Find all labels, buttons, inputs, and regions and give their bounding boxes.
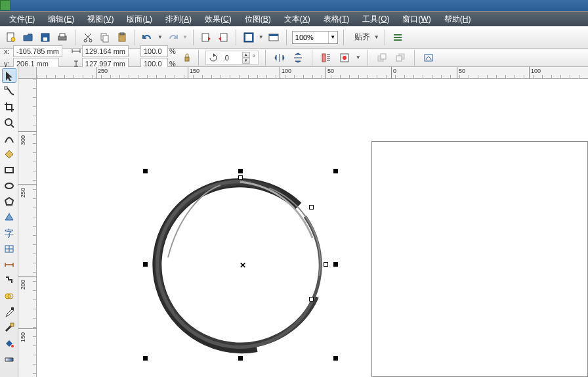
selection-handle[interactable] xyxy=(143,169,148,173)
menu-b[interactable]: 位图(B) xyxy=(238,12,278,26)
rotation-field[interactable]: .0 ▲ ▼ ° xyxy=(205,51,259,65)
outline-tool-button[interactable] xyxy=(2,321,16,335)
selection-handle[interactable] xyxy=(238,169,243,173)
export-button[interactable] xyxy=(216,30,230,45)
drawing-canvas[interactable]: ✕ xyxy=(37,79,588,377)
menu-c[interactable]: 效果(C) xyxy=(198,12,238,26)
selection-handle[interactable] xyxy=(238,356,243,361)
menu-e[interactable]: 编辑(E) xyxy=(41,12,81,26)
selection-handle[interactable] xyxy=(333,356,338,361)
wrap-paragraph-button[interactable] xyxy=(319,51,333,65)
vertical-ruler[interactable]: 300250200150 xyxy=(18,79,37,377)
selection-handle[interactable] xyxy=(333,169,338,173)
freehand-tool-button[interactable] xyxy=(2,131,16,146)
lock-ratio-icon[interactable] xyxy=(182,52,192,64)
menu-l[interactable]: 版面(L) xyxy=(120,12,159,26)
ruler-tick: 150 xyxy=(188,67,188,79)
basic-shapes-button[interactable] xyxy=(2,210,16,225)
zoom-tool-icon xyxy=(4,118,14,128)
menu-o[interactable]: 工具(O) xyxy=(356,12,396,26)
undo-dropdown-icon[interactable]: ▼ xyxy=(158,34,163,40)
fill-tool-button[interactable] xyxy=(2,336,16,351)
undo-button[interactable] xyxy=(140,30,155,45)
launcher-dropdown-icon[interactable]: ▼ xyxy=(259,34,264,40)
cut-button[interactable] xyxy=(81,30,95,45)
ruler-tick: 50 xyxy=(457,67,457,79)
eyedropper-button[interactable] xyxy=(2,305,16,319)
shape-tool-button[interactable] xyxy=(2,84,16,99)
horizontal-ruler[interactable]: 25015010050050100150 xyxy=(37,67,588,79)
options-icon xyxy=(392,32,403,43)
text-tool-button[interactable]: 字 xyxy=(2,226,16,240)
dimension-tool-button[interactable] xyxy=(2,257,16,272)
convert-to-curves-button[interactable] xyxy=(421,51,436,65)
menu-w[interactable]: 窗口(W) xyxy=(396,12,437,26)
selection-handle[interactable] xyxy=(143,356,148,361)
menu-a[interactable]: 排列(A) xyxy=(159,12,198,26)
save-button[interactable] xyxy=(38,30,52,45)
menu-h[interactable]: 帮助(H) xyxy=(438,12,478,26)
ellipse-tool-button[interactable] xyxy=(2,179,16,193)
zoom-combo[interactable]: ▼ xyxy=(292,31,338,44)
zoom-input[interactable] xyxy=(293,33,328,41)
rotate-icon xyxy=(209,53,218,62)
ruler-tick: 200 xyxy=(18,276,37,277)
trace-dropdown-icon[interactable]: ▼ xyxy=(356,55,361,60)
object-node-handle[interactable] xyxy=(309,297,314,301)
effects-tool-icon xyxy=(4,291,14,301)
connector-tool-button[interactable] xyxy=(2,273,16,288)
polygon-tool-button[interactable] xyxy=(2,194,16,209)
copy-button[interactable] xyxy=(98,30,112,45)
rot-spin-up[interactable]: ▲ xyxy=(242,52,250,58)
redo-button[interactable] xyxy=(165,30,180,45)
new-doc-button[interactable] xyxy=(4,30,18,45)
menu-v[interactable]: 视图(V) xyxy=(81,12,120,26)
undo-icon xyxy=(142,32,153,43)
object-node-handle[interactable] xyxy=(324,262,328,267)
object-node-handle[interactable] xyxy=(309,205,314,210)
print-button[interactable] xyxy=(55,30,70,45)
selection-handle[interactable] xyxy=(143,262,148,267)
object-node-handle[interactable] xyxy=(238,175,243,180)
trace-bitmap-button[interactable] xyxy=(337,51,352,65)
to-front-button[interactable] xyxy=(375,51,389,65)
selection-handle[interactable] xyxy=(333,262,338,267)
mirror-v-icon xyxy=(293,53,303,63)
width-field[interactable]: 129.164 mm xyxy=(82,45,129,57)
crop-tool-button[interactable] xyxy=(2,100,16,114)
mirror-horizontal-button[interactable] xyxy=(272,51,287,65)
to-back-button[interactable] xyxy=(393,51,408,65)
svg-point-1 xyxy=(11,37,15,41)
welcome-screen-button[interactable] xyxy=(266,30,281,45)
open-icon xyxy=(23,32,33,43)
ruler-origin[interactable] xyxy=(18,67,37,79)
paste-button[interactable] xyxy=(115,30,129,45)
rectangle-tool-button[interactable] xyxy=(2,163,16,177)
snap-label[interactable]: 贴齐 xyxy=(354,32,370,43)
canvas-area[interactable]: 25015010050050100150 300250200150 xyxy=(18,67,588,377)
x-label: x: xyxy=(4,47,12,55)
interactive-fill-button[interactable] xyxy=(2,352,16,366)
zoom-tool-button[interactable] xyxy=(2,116,16,130)
redo-dropdown-icon[interactable]: ▼ xyxy=(182,34,188,40)
mirror-vertical-button[interactable] xyxy=(291,51,305,65)
options-button[interactable] xyxy=(390,30,405,45)
effects-tool-button[interactable] xyxy=(2,289,16,303)
zoom-dropdown-icon[interactable]: ▼ xyxy=(328,32,337,43)
toolbar-separator xyxy=(265,50,266,66)
x-position-field[interactable]: -105.785 mm xyxy=(13,45,62,57)
rot-spin-down[interactable]: ▼ xyxy=(242,58,250,64)
menu-x[interactable]: 文本(X) xyxy=(278,12,317,26)
smart-fill-button[interactable] xyxy=(2,147,16,162)
snap-dropdown-icon[interactable]: ▼ xyxy=(374,34,379,40)
open-button[interactable] xyxy=(21,30,35,45)
menu-f[interactable]: 文件(F) xyxy=(3,12,41,26)
connector-tool-icon xyxy=(4,275,14,286)
toolbar-separator xyxy=(75,30,75,45)
app-launcher-button[interactable] xyxy=(242,30,256,45)
pick-tool-button[interactable] xyxy=(2,68,16,83)
table-tool-button[interactable] xyxy=(2,242,16,256)
import-button[interactable] xyxy=(199,30,213,45)
menu-t[interactable]: 表格(T) xyxy=(317,12,356,26)
scale-x-field[interactable]: 100.0 xyxy=(140,45,168,57)
